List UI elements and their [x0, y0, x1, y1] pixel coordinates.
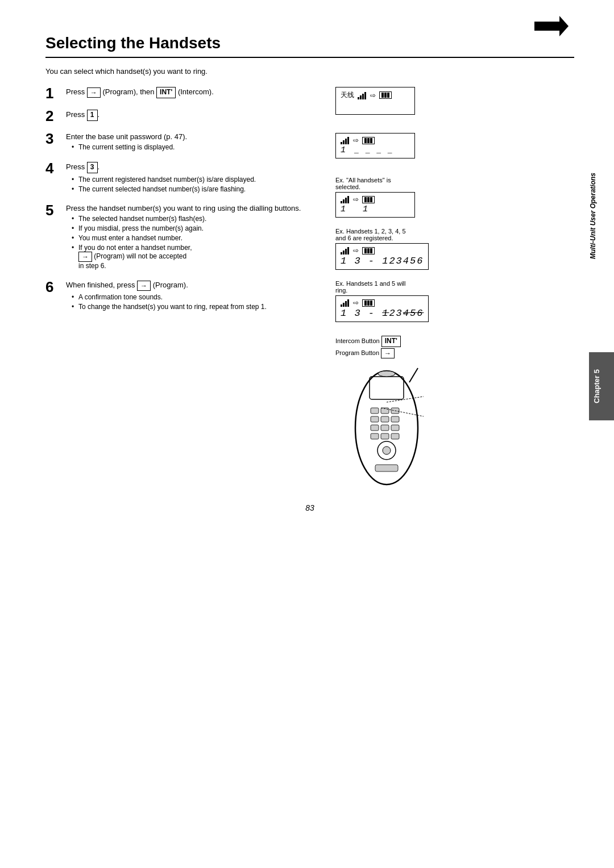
svg-rect-20	[345, 301, 347, 307]
lcd-1-bottom	[341, 101, 410, 111]
side-tab: Multi-Unit User Operations Chapter 5	[589, 80, 614, 420]
step-6-bullet-1: A confirmation tone sounds.	[72, 293, 318, 301]
key-1: 1	[87, 110, 98, 121]
step-6-bullets: A confirmation tone sounds. To change th…	[66, 293, 318, 311]
step-4-bullet-2: The current selected handset number(s) i…	[72, 185, 318, 193]
display-2: ⇨ 1 _ _ _ _	[335, 133, 574, 165]
step-4-text: Press 3.	[66, 162, 318, 173]
svg-rect-11	[343, 199, 345, 203]
svg-rect-0	[534, 22, 559, 31]
svg-rect-32	[391, 425, 399, 431]
main-content: 1 Press → (Program), then INT' (Intercom…	[45, 87, 574, 492]
program-key-2: →	[137, 281, 151, 291]
step-3: 3 Enter the base unit password (p. 47). …	[45, 132, 318, 153]
lcd-display-5: ⇨ 1 3 - 123456	[335, 295, 429, 322]
step-5: 5 Press the handset number(s) you want t…	[45, 204, 318, 272]
display-5: Ex. Handsets 1 and 5 willring. ⇨	[335, 280, 574, 329]
lcd-2-bottom: 1 _ _ _ _	[341, 145, 410, 155]
step-5-number: 5	[45, 203, 66, 218]
title-divider	[45, 57, 574, 58]
battery-5	[362, 299, 375, 307]
svg-rect-2	[358, 97, 359, 99]
arrow-4: ⇨	[353, 247, 359, 254]
battery-3	[362, 196, 375, 203]
lcd-5-top: ⇨	[341, 299, 424, 307]
svg-rect-19	[343, 303, 345, 307]
prog-btn-label: →	[381, 348, 395, 358]
step-1-text: Press → (Program), then INT' (Intercom).	[66, 87, 318, 98]
title-section: Selecting the Handsets You can select wh…	[45, 34, 574, 76]
svg-point-40	[378, 371, 395, 377]
battery-2	[362, 137, 375, 144]
lcd-4-top: ⇨	[341, 247, 424, 254]
step-4: 4 Press 3. The current registered handse…	[45, 162, 318, 195]
lcd-1-top: 天线 ⇨	[341, 90, 410, 100]
svg-rect-5	[364, 92, 366, 99]
svg-rect-35	[391, 433, 399, 439]
svg-rect-29	[391, 416, 399, 422]
svg-rect-13	[347, 196, 349, 203]
svg-rect-16	[345, 249, 347, 254]
intercom-label: Intercom Button INT'	[335, 336, 574, 347]
arrow-3: ⇨	[353, 195, 359, 203]
page-title: Selecting the Handsets	[45, 34, 574, 52]
lcd-5-bottom: 1 3 - 123456	[341, 308, 424, 319]
lcd-display-4: ⇨ 1 3 - 123456	[335, 243, 429, 270]
program-key-ref: →	[78, 252, 92, 262]
signal-bars-1	[358, 91, 367, 99]
lcd-display-1: 天线 ⇨	[335, 87, 415, 115]
int-btn-label: INT'	[381, 336, 401, 347]
svg-rect-6	[341, 142, 342, 144]
step-6-number: 6	[45, 279, 66, 294]
svg-rect-7	[343, 140, 345, 144]
step-1-content: Press → (Program), then INT' (Intercom).	[66, 87, 318, 101]
step-4-number: 4	[45, 161, 66, 176]
display-5-label: Ex. Handsets 1 and 5 willring.	[335, 280, 574, 294]
display-3-label: Ex. "All handsets" isselected.	[335, 177, 574, 190]
svg-rect-3	[360, 95, 362, 99]
svg-rect-28	[381, 416, 389, 422]
arrow-5: ⇨	[353, 299, 359, 307]
svg-rect-10	[341, 201, 342, 203]
lcd-display-3: ⇨ 1 1	[335, 192, 415, 218]
step-5-text: Press the handset number(s) you want to …	[66, 204, 318, 212]
svg-rect-30	[371, 425, 379, 431]
step-5-bullet-2: If you misdial, press the number(s) agai…	[72, 224, 318, 232]
step-5-bullet-1: The selected handset number(s) flash(es)…	[72, 215, 318, 223]
display-4-label: Ex. Handsets 1, 2, 3, 4, 5and 6 are regi…	[335, 228, 574, 241]
step-6-content: When finished, press → (Program). A conf…	[66, 281, 318, 312]
svg-rect-18	[341, 304, 342, 307]
svg-rect-17	[347, 247, 349, 254]
svg-rect-8	[345, 139, 347, 144]
lcd-4-bottom: 1 3 - 123456	[341, 256, 424, 266]
battery-4	[362, 247, 375, 254]
step-6-bullet-2: To change the handset(s) you want to rin…	[72, 303, 318, 311]
step-1-number: 1	[45, 86, 66, 101]
step-5-bullet-3: You must enter a handset number.	[72, 234, 318, 242]
lcd-3-bottom: 1 1	[341, 205, 410, 214]
right-displays: 天线 ⇨	[330, 87, 574, 492]
display-3: Ex. "All handsets" isselected. ⇨	[335, 177, 574, 224]
key-3: 3	[87, 162, 98, 173]
step-4-bullet-1: The current registered handset number(s)…	[72, 176, 318, 183]
display-4: Ex. Handsets 1, 2, 3, 4, 5and 6 are regi…	[335, 228, 574, 277]
svg-rect-33	[371, 433, 379, 439]
step-3-content: Enter the base unit password (p. 47). Th…	[66, 132, 318, 153]
page-number: 83	[45, 503, 574, 512]
signal-bars-5	[341, 299, 350, 307]
corner-arrow	[534, 16, 569, 38]
steps-column: 1 Press → (Program), then INT' (Intercom…	[45, 87, 318, 492]
side-tab-bottom-label: Chapter 5	[589, 352, 614, 420]
svg-rect-34	[381, 433, 389, 439]
svg-point-37	[383, 446, 391, 454]
dashes: _ _ _ _	[354, 146, 393, 155]
phone-svg	[335, 365, 438, 490]
step-2-number: 2	[45, 108, 66, 123]
step-6-text: When finished, press → (Program).	[66, 281, 318, 291]
signal-icon-1: 天线	[341, 90, 354, 100]
side-tab-top-label: Multi-Unit User Operations	[589, 80, 614, 352]
svg-rect-9	[347, 137, 349, 144]
svg-line-39	[409, 368, 418, 382]
step-3-bullet-1: The current setting is displayed.	[72, 143, 318, 151]
step-3-number: 3	[45, 131, 66, 146]
